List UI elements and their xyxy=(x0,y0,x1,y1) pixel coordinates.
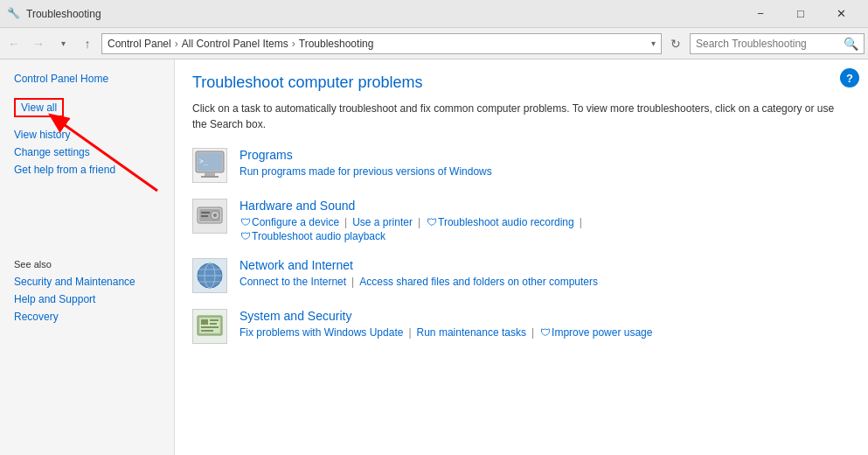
forward-button[interactable]: → xyxy=(28,33,49,54)
network-link-2[interactable]: Access shared files and folders on other… xyxy=(359,276,598,288)
programs-links: Run programs made for previous versions … xyxy=(240,165,851,178)
svg-point-10 xyxy=(213,214,217,217)
programs-info: Programs Run programs made for previous … xyxy=(240,148,851,178)
hardware-link-4[interactable]: Troubleshoot audio playback xyxy=(252,230,385,242)
hardware-link-3[interactable]: Troubleshoot audio recording xyxy=(438,216,574,228)
network-link-1[interactable]: Connect to the Internet xyxy=(240,276,346,288)
svg-rect-12 xyxy=(201,215,208,217)
page-description: Click on a task to automatically trouble… xyxy=(192,101,851,132)
svg-rect-20 xyxy=(201,319,208,325)
network-title[interactable]: Network and Internet xyxy=(240,258,851,272)
app-icon: 🔧 xyxy=(7,7,21,21)
address-path-box[interactable]: Control Panel › All Control Panel Items … xyxy=(101,33,662,54)
svg-rect-5 xyxy=(201,176,219,178)
sidebar-change-settings[interactable]: Change settings xyxy=(0,144,174,161)
breadcrumb-all-items[interactable]: All Control Panel Items xyxy=(182,38,288,50)
sidebar-recovery[interactable]: Recovery xyxy=(0,308,174,326)
path-dropdown-icon[interactable]: ▾ xyxy=(651,38,656,48)
content-area: ? Troubleshoot computer problems Click o… xyxy=(175,60,868,455)
sidebar-help-support[interactable]: Help and Support xyxy=(0,290,174,308)
category-security: System and Security Fix problems with Wi… xyxy=(192,309,851,344)
see-also-label: See also xyxy=(0,248,174,273)
network-icon xyxy=(192,258,227,293)
search-box[interactable]: 🔍 xyxy=(690,33,865,54)
address-bar: ← → ▾ ↑ Control Panel › All Control Pane… xyxy=(0,28,868,60)
page-title: Troubleshoot computer problems xyxy=(192,74,851,92)
programs-icon: >_ xyxy=(192,148,227,183)
breadcrumb-control-panel[interactable]: Control Panel xyxy=(108,38,171,50)
category-hardware: Hardware and Sound 🛡 Configure a device … xyxy=(192,199,851,242)
hardware-link-1[interactable]: Configure a device xyxy=(252,216,339,228)
network-info: Network and Internet Connect to the Inte… xyxy=(240,258,851,288)
back-button[interactable]: ← xyxy=(3,33,24,54)
security-title[interactable]: System and Security xyxy=(240,309,851,323)
hardware-info: Hardware and Sound 🛡 Configure a device … xyxy=(240,199,851,242)
sidebar: Control Panel Home View all View history… xyxy=(0,60,175,455)
programs-title[interactable]: Programs xyxy=(240,148,851,162)
breadcrumb-current: Troubleshooting xyxy=(299,38,374,50)
programs-link-1[interactable]: Run programs made for previous versions … xyxy=(240,165,492,178)
security-icon xyxy=(192,309,227,344)
help-button[interactable]: ? xyxy=(840,68,859,88)
close-button[interactable]: ✕ xyxy=(821,0,861,28)
hardware-title[interactable]: Hardware and Sound xyxy=(240,199,851,213)
security-link-3[interactable]: Improve power usage xyxy=(552,326,652,339)
category-programs: >_ Programs Run programs made for previo… xyxy=(192,148,851,183)
svg-text:>_: >_ xyxy=(199,158,208,165)
sidebar-security-maintenance[interactable]: Security and Maintenance xyxy=(0,273,174,290)
security-links: Fix problems with Windows Update | Run m… xyxy=(240,326,851,339)
shield-icon-1: 🛡 xyxy=(240,216,252,228)
svg-rect-4 xyxy=(205,172,215,176)
recent-locations-button[interactable]: ▾ xyxy=(52,33,73,54)
maximize-button[interactable]: □ xyxy=(781,0,821,28)
hardware-link-2[interactable]: Use a printer xyxy=(352,216,413,228)
minimize-button[interactable]: − xyxy=(740,0,781,28)
shield-icon-4: 🛡 xyxy=(539,326,552,339)
security-info: System and Security Fix problems with Wi… xyxy=(240,309,851,339)
security-link-1[interactable]: Fix problems with Windows Update xyxy=(240,326,403,339)
svg-rect-23 xyxy=(201,326,219,328)
window-controls: − □ ✕ xyxy=(740,0,861,28)
shield-icon-3: 🛡 xyxy=(240,230,252,242)
up-button[interactable]: ↑ xyxy=(77,33,98,54)
shield-icon-2: 🛡 xyxy=(426,216,438,228)
svg-rect-21 xyxy=(210,319,219,321)
refresh-button[interactable]: ↻ xyxy=(665,33,686,54)
hardware-links: 🛡 Configure a device | Use a printer | 🛡… xyxy=(240,216,851,228)
sidebar-view-history[interactable]: View history xyxy=(0,126,174,144)
network-links: Connect to the Internet | Access shared … xyxy=(240,276,851,288)
sidebar-control-panel-home[interactable]: Control Panel Home xyxy=(0,70,174,88)
svg-rect-24 xyxy=(201,330,213,332)
search-icon[interactable]: 🔍 xyxy=(844,37,858,51)
svg-rect-11 xyxy=(201,212,210,214)
hardware-links-2: 🛡 Troubleshoot audio playback xyxy=(240,230,851,242)
hardware-icon xyxy=(192,199,227,234)
svg-rect-22 xyxy=(210,323,217,325)
sidebar-get-help[interactable]: Get help from a friend xyxy=(0,161,174,178)
security-link-2[interactable]: Run maintenance tasks xyxy=(417,326,526,339)
title-bar: 🔧 Troubleshooting − □ ✕ xyxy=(0,0,868,28)
main-layout: Control Panel Home View all View history… xyxy=(0,60,868,455)
category-network: Network and Internet Connect to the Inte… xyxy=(192,258,851,293)
sidebar-view-all[interactable]: View all xyxy=(14,98,64,117)
search-input[interactable] xyxy=(696,38,844,50)
window-title: Troubleshooting xyxy=(26,8,740,20)
